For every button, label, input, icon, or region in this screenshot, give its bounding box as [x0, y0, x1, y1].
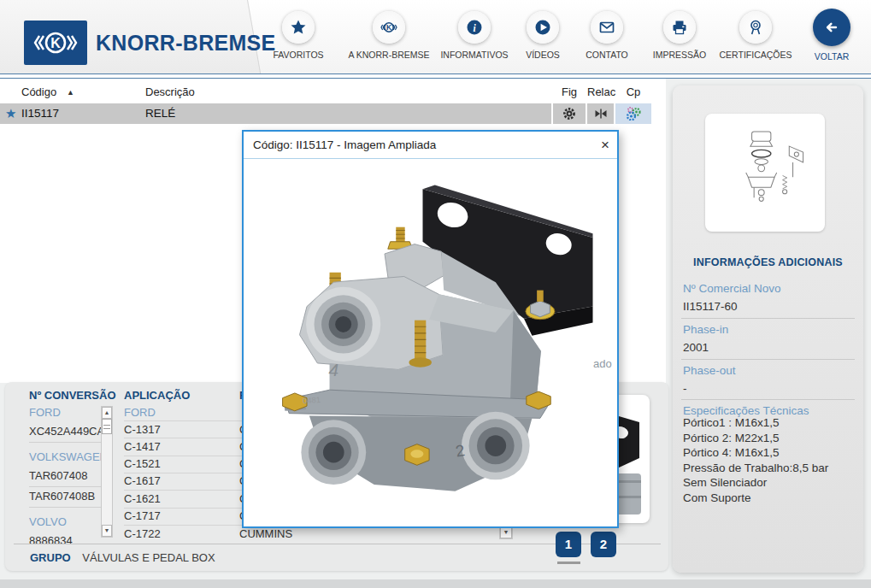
additional-info-sidebar: INFORMAÇÕES ADICIONAIS Nº Comercial Novo… [673, 85, 863, 573]
field-value: - [683, 382, 687, 395]
sort-asc-icon[interactable]: ▲ [67, 84, 74, 101]
aplicacao-model: C-1521 [124, 457, 161, 471]
grupo-label: GRUPO [30, 551, 71, 564]
knorr-monogram-icon: K [27, 26, 84, 60]
divider [681, 399, 855, 400]
spec-line: Sem Silenciador [683, 475, 828, 491]
nav-label: A KNORR-BREMSE [337, 50, 441, 60]
divider [29, 442, 108, 443]
modal-title-bar: Código: II15117 - Imagem Ampliada × [244, 132, 617, 159]
scroll-up-button[interactable]: ▲ [102, 407, 112, 419]
column-header-relac: Relac [587, 84, 614, 101]
spec-line: Pórtico 2: M22x1,5 [683, 431, 828, 446]
conversao-code: TAR607408 [29, 469, 87, 483]
star-icon [282, 11, 315, 44]
conversao-code: 8886834 [29, 534, 73, 548]
aplicacao-model: C-1317 [124, 423, 161, 437]
page-button-1[interactable]: 1 [556, 532, 581, 557]
aplicacao-manufacturer: CUMMINS [239, 527, 292, 541]
colored-gears-icon [627, 107, 641, 121]
aplicacao-title: APLICAÇÃO [124, 389, 190, 402]
conversao-scrollbar[interactable]: ▲ ▼ [101, 406, 113, 538]
column-header-cp: Cp [615, 84, 651, 101]
aplicacao-brand: FORD [124, 406, 156, 420]
svg-text:4: 4 [328, 360, 338, 379]
modal-body: 4 2 0481 [244, 159, 617, 503]
gear-icon [562, 107, 576, 121]
scroll-down-button[interactable]: ▼ [102, 525, 112, 537]
relac-button[interactable] [587, 103, 614, 124]
mail-icon [591, 11, 623, 44]
divider [681, 359, 855, 360]
divider [29, 507, 108, 508]
grupo-row: GRUPO VÁLVULAS E PEDAL BOX [30, 551, 215, 564]
scrollbar-thumb[interactable] [102, 419, 112, 434]
nav-voltar[interactable]: VOLTAR [789, 9, 871, 62]
table-row[interactable]: ★ II15117 RELÉ [0, 103, 651, 124]
nav-a-knorr-bremse[interactable]: K A KNORR-BREMSE [337, 11, 441, 60]
sidebar-title: INFORMAÇÕES ADICIONAIS [673, 256, 863, 268]
knorr-monogram-icon: K [373, 11, 405, 44]
modal-title: Código: II15117 - Imagem Ampliada [253, 138, 436, 151]
field-label: Phase-in [683, 323, 728, 336]
aplicacao-model: C-1617 [124, 474, 161, 488]
nav-favoritos[interactable]: FAVORITOS [251, 11, 345, 60]
column-header-fig: Fig [553, 84, 586, 101]
field-label: Nº Comercial Novo [683, 282, 780, 295]
field-value: 2001 [683, 341, 709, 354]
spec-line: Pressão de Trabalho:8,5 bar [683, 461, 828, 476]
exploded-view-thumbnail[interactable] [705, 114, 825, 232]
conversao-code: TAR607408B [29, 490, 95, 503]
aplicacao-model: C-1417 [124, 440, 161, 454]
grupo-value: VÁLVULAS E PEDAL BOX [82, 551, 215, 564]
relay-valve-photo: 4 2 0481 [247, 161, 615, 501]
column-header-descricao: Descrição [145, 84, 195, 101]
spec-line: Com Suporte [683, 491, 828, 506]
close-icon[interactable]: × [601, 132, 609, 158]
fig-button[interactable] [553, 103, 586, 124]
svg-text:K: K [50, 36, 61, 50]
knorr-bremse-logo[interactable]: K [24, 21, 87, 65]
overlay-text-fragment: ado [593, 357, 612, 370]
conversao-brand: VOLKSWAGEN [29, 450, 108, 464]
row-descricao: RELÉ [145, 103, 175, 124]
aplicacao-model: C-1722 [124, 527, 161, 541]
column-header-codigo[interactable]: Código [21, 84, 56, 101]
spec-line: Pórtico 4: M16x1,5 [683, 445, 828, 461]
exploded-diagram-image [714, 121, 816, 224]
image-modal: Código: II15117 - Imagem Ampliada × [242, 130, 619, 528]
divider [681, 318, 855, 319]
conversao-brand: VOLVO [29, 515, 67, 529]
nav-label: VOLTAR [789, 51, 871, 62]
row-codigo: II15117 [21, 103, 59, 124]
field-label: Phase-out [683, 364, 736, 377]
specs-lines: Pórtico1 : M16x1,5 Pórtico 2: M22x1,5 Pó… [683, 415, 828, 505]
cp-button[interactable] [615, 103, 651, 124]
header: K KNORR-BREMSE FAVORITOS K A KNORR- [0, 0, 871, 74]
field-value: II15117-60 [683, 300, 738, 313]
back-arrow-icon [813, 9, 850, 46]
aplicacao-model: C-1621 [124, 492, 161, 506]
play-icon [527, 11, 559, 44]
favorite-star-icon[interactable]: ★ [5, 103, 16, 124]
scroll-down-button[interactable]: ▼ [500, 526, 512, 538]
certificate-icon [739, 11, 772, 44]
aplicacao-model: C-1717 [124, 509, 161, 523]
svg-text:K: K [386, 23, 392, 32]
active-page-underline [557, 562, 580, 564]
app-window: K KNORR-BREMSE FAVORITOS K A KNORR- [0, 0, 871, 588]
conversao-title: Nº CONVERSÃO [29, 389, 116, 402]
conversao-brand: FORD [29, 406, 61, 420]
divider [29, 486, 108, 487]
table-row-main-cell: ★ II15117 RELÉ [0, 103, 551, 124]
printer-icon [663, 11, 696, 44]
valve-symbol-icon [594, 107, 608, 121]
svg-text:0481: 0481 [302, 395, 321, 405]
page-button-2[interactable]: 2 [591, 532, 616, 557]
nav-label: FAVORITOS [251, 50, 345, 60]
spec-line: Pórtico1 : M16x1,5 [683, 415, 828, 431]
results-table-header: Código ▲ Descrição Fig Relac Cp [0, 84, 666, 101]
conversao-code: XC452A449CA [29, 425, 104, 438]
brand-name: KNORR-BREMSE [96, 31, 276, 56]
info-icon: i [458, 11, 491, 44]
